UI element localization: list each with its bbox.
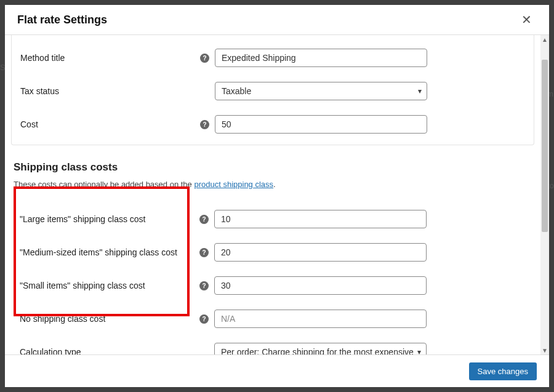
calculation-type-value: Per order: Charge shipping for the most … — [221, 347, 414, 354]
section-description-text: These costs can optionally be added base… — [14, 180, 194, 189]
no-class-cost-input[interactable] — [214, 310, 427, 328]
help-icon[interactable]: ? — [199, 248, 209, 257]
chevron-down-icon: ▾ — [417, 348, 421, 354]
label-large-class-cost: "Large items" shipping class cost — [20, 214, 199, 224]
tax-status-select[interactable]: Taxable ▾ — [215, 82, 427, 100]
scroll-up-icon[interactable]: ▲ — [540, 35, 549, 44]
help-icon[interactable]: ? — [200, 54, 209, 63]
medium-class-cost-input[interactable] — [214, 243, 427, 262]
row-large-class-cost: "Large items" shipping class cost ? — [20, 202, 526, 236]
row-calculation-type: Calculation type Per order: Charge shipp… — [20, 335, 526, 354]
cost-input[interactable] — [215, 115, 427, 134]
scroll-down-icon[interactable]: ▼ — [540, 346, 549, 354]
modal-footer: Save changes — [5, 354, 549, 387]
modal-title: Flat rate Settings — [17, 14, 107, 26]
modal-header: Flat rate Settings ✕ — [5, 5, 549, 35]
row-no-class-cost: No shipping class cost ? — [20, 302, 526, 335]
scroll-thumb[interactable] — [542, 60, 548, 232]
label-no-class-cost: No shipping class cost — [20, 314, 199, 324]
shipping-class-costs-panel: "Large items" shipping class cost ? "Med… — [11, 200, 534, 354]
label-calculation-type: Calculation type — [20, 347, 199, 354]
label-medium-class-cost: "Medium-sized items" shipping class cost — [20, 247, 199, 257]
row-cost: Cost ? — [20, 108, 525, 141]
chevron-down-icon: ▾ — [418, 87, 422, 95]
modal-body: Method title ? Tax status Taxable ▾ — [5, 35, 549, 354]
section-description-suffix: . — [273, 180, 276, 189]
method-title-input[interactable] — [215, 49, 427, 67]
section-description: These costs can optionally be added base… — [14, 180, 534, 189]
modal: Flat rate Settings ✕ Method title ? Tax … — [5, 5, 549, 387]
label-method-title: Method title — [20, 53, 200, 63]
save-changes-button[interactable]: Save changes — [469, 362, 537, 380]
product-shipping-class-link[interactable]: product shipping class — [194, 180, 273, 189]
help-icon[interactable]: ? — [199, 215, 209, 224]
row-method-title: Method title ? — [20, 41, 525, 74]
row-small-class-cost: "Small items" shipping class cost ? — [20, 269, 526, 302]
small-class-cost-input[interactable] — [214, 276, 427, 295]
help-icon[interactable]: ? — [199, 314, 209, 324]
label-small-class-cost: "Small items" shipping class cost — [20, 281, 199, 290]
label-cost: Cost — [20, 119, 200, 129]
row-medium-class-cost: "Medium-sized items" shipping class cost… — [20, 236, 526, 269]
label-tax-status: Tax status — [20, 86, 200, 96]
close-icon: ✕ — [521, 13, 532, 26]
basic-settings-panel: Method title ? Tax status Taxable ▾ — [11, 35, 534, 145]
row-tax-status: Tax status Taxable ▾ — [20, 74, 525, 108]
help-icon[interactable]: ? — [200, 120, 209, 129]
large-class-cost-input[interactable] — [214, 210, 427, 228]
close-button[interactable]: ✕ — [516, 11, 537, 28]
modal-content: Method title ? Tax status Taxable ▾ — [5, 35, 540, 354]
help-icon[interactable]: ? — [199, 281, 209, 290]
calculation-type-select[interactable]: Per order: Charge shipping for the most … — [214, 343, 427, 354]
scrollbar[interactable]: ▲ ▼ — [540, 35, 549, 354]
section-heading-shipping-class-costs: Shipping class costs — [14, 161, 534, 174]
tax-status-value: Taxable — [222, 86, 414, 96]
